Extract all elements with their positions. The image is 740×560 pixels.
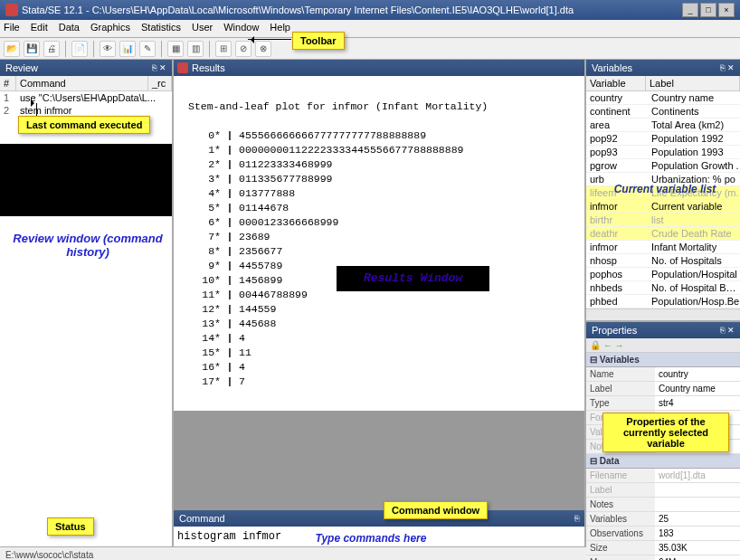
property-row[interactable]: Label: [586, 483, 740, 498]
annotation-properties: Properties of the currently selected var…: [602, 413, 729, 452]
stem-leaf-row: 15*|11: [188, 346, 570, 360]
variable-row[interactable]: birthrlist: [586, 214, 740, 227]
property-row[interactable]: Namecountry: [586, 367, 740, 382]
graph-icon[interactable]: 📊: [119, 41, 136, 57]
variable-row[interactable]: areaTotal Area (km2): [586, 119, 740, 132]
variable-row[interactable]: pgrowPopulation Growth .: [586, 159, 740, 173]
minimize-button[interactable]: _: [682, 3, 698, 17]
property-row[interactable]: Notes: [586, 498, 740, 512]
status-path: E:\www\sococ\cl\stata: [5, 550, 93, 560]
window-title: Stata/SE 12.1 - C:\Users\EH\AppData\Loca…: [22, 5, 682, 15]
close-button[interactable]: ×: [718, 3, 735, 17]
stem-leaf-row: 16*|4: [188, 360, 570, 375]
do-editor-icon[interactable]: ✎: [139, 41, 156, 57]
variable-row[interactable]: nhospNo. of Hospitals: [586, 254, 740, 268]
properties-header: Properties ⎘ ✕: [586, 322, 740, 338]
maximize-button[interactable]: □: [700, 3, 716, 17]
stem-leaf-row: 1*|000000001122223333445556677788888889: [188, 143, 570, 157]
data-browser-icon[interactable]: ▥: [187, 41, 204, 57]
review-row[interactable]: 2 stem infmor: [0, 104, 172, 117]
stem-leaf-row: 4*|013777888: [188, 186, 570, 201]
app-icon: [5, 4, 18, 16]
stem-leaf-row: 5*|01144678: [188, 201, 570, 215]
viewer-icon[interactable]: 👁: [100, 41, 116, 57]
stem-leaf-row: 17*|7: [188, 375, 570, 389]
variable-row[interactable]: infmorInfant Mortality: [586, 241, 740, 254]
prop-section-variables[interactable]: ⊟ Variables: [586, 353, 740, 367]
var-col-label[interactable]: Label: [646, 76, 740, 90]
variable-row[interactable]: countryCountry name: [586, 91, 740, 105]
results-icon: [177, 62, 188, 73]
stem-leaf-row: 3*|011335677788999: [188, 172, 570, 186]
pane-controls[interactable]: ⎘: [574, 514, 579, 523]
property-row[interactable]: Size35.03K: [586, 541, 740, 555]
annotation-variable-list: Current variable list: [602, 183, 728, 195]
menu-help[interactable]: Help: [270, 22, 290, 35]
var-manager-icon[interactable]: ⊞: [215, 41, 232, 57]
stem-leaf-row: 0*|455566666666777777777788888889: [188, 128, 570, 143]
print-icon[interactable]: 🖨: [43, 41, 60, 57]
properties-pane: ⊟ Variables NamecountryLabelCountry name…: [586, 353, 740, 560]
property-row[interactable]: LabelCountry name: [586, 382, 740, 396]
pane-controls[interactable]: ⎘ ✕: [720, 63, 735, 72]
pane-controls[interactable]: ⎘ ✕: [720, 326, 735, 335]
save-icon[interactable]: 💾: [24, 41, 40, 57]
menu-user[interactable]: User: [192, 22, 213, 35]
menu-edit[interactable]: Edit: [31, 22, 48, 35]
stem-leaf-row: 6*|0000123366668999: [188, 215, 570, 230]
property-row[interactable]: Filenameworld[1].dta: [586, 469, 740, 483]
property-row[interactable]: Variables25: [586, 512, 740, 527]
toolbar: 📂 💾 🖨 📄 👁 📊 ✎ ▦ ▥ ⊞ ⊘ ⊗: [0, 38, 740, 60]
property-row[interactable]: Memory64M: [586, 555, 740, 560]
variable-row[interactable]: pop93Population 1993: [586, 146, 740, 159]
open-icon[interactable]: 📂: [4, 41, 20, 57]
data-editor-icon[interactable]: ▦: [167, 41, 184, 57]
variables-header: Variables ⎘ ✕: [586, 60, 740, 76]
stem-leaf-row: 2*|011223333468999: [188, 157, 570, 172]
menu-graphics[interactable]: Graphics: [90, 22, 130, 35]
stem-leaf-row: 14*|4: [188, 331, 570, 346]
stem-leaf-row: 8*|2356677: [188, 244, 570, 259]
annotation-type-here: Type commands here: [271, 532, 470, 545]
pane-controls[interactable]: ⎘ ✕: [152, 63, 166, 72]
command-header: Command ⎘: [174, 510, 584, 527]
review-empty-area: [0, 144, 172, 216]
log-icon[interactable]: 📄: [71, 41, 88, 57]
more-icon[interactable]: ⊗: [255, 41, 271, 57]
variable-row[interactable]: continentContinents: [586, 105, 740, 119]
results-window-label: Results Window: [337, 266, 489, 291]
title-bar: Stata/SE 12.1 - C:\Users\EH\AppData\Loca…: [0, 0, 740, 20]
results-plot-title: Stem-and-leaf plot for infmor (Infant Mo…: [188, 100, 488, 112]
variable-row[interactable]: deathrCrude Death Rate: [586, 227, 740, 241]
stem-leaf-row: 12*|144559: [188, 302, 570, 317]
menu-file[interactable]: File: [4, 22, 20, 35]
review-col-cmd[interactable]: Command: [16, 76, 148, 90]
prop-section-data[interactable]: ⊟ Data: [586, 454, 740, 469]
review-row[interactable]: 1 use "C:\Users\EH\AppData\L...: [0, 91, 172, 104]
menu-window[interactable]: Window: [223, 22, 259, 35]
annotation-status: Status: [47, 517, 94, 536]
variable-row[interactable]: pophosPopulation/Hospital: [586, 268, 740, 281]
review-col-rc[interactable]: _rc: [148, 76, 172, 90]
properties-toolbar[interactable]: 🔒 ← →: [586, 338, 740, 353]
menu-statistics[interactable]: Statistics: [141, 22, 181, 35]
stem-leaf-row: 7*|23689: [188, 230, 570, 244]
property-row[interactable]: Observations183: [586, 527, 740, 541]
var-col-variable[interactable]: Variable: [586, 76, 646, 90]
stem-leaf-row: 13*|445688: [188, 317, 570, 331]
variable-row[interactable]: pop92Population 1992: [586, 132, 740, 146]
variable-row[interactable]: infmorCurrent variable: [586, 200, 740, 214]
menu-data[interactable]: Data: [59, 22, 80, 35]
menu-bar: File Edit Data Graphics Statistics User …: [0, 20, 740, 38]
results-pane[interactable]: Stem-and-leaf plot for infmor (Infant Mo…: [174, 76, 584, 411]
annotation-toolbar: Toolbar: [292, 32, 345, 50]
variable-row[interactable]: nhbedsNo. of Hospital Beds: [586, 281, 740, 295]
property-row[interactable]: Typestr4: [586, 396, 740, 411]
review-col-num[interactable]: #: [0, 76, 16, 90]
review-header: Review ⎘ ✕: [0, 60, 172, 76]
annotation-last-command: Last command executed: [18, 116, 150, 134]
results-header: Results: [174, 60, 584, 76]
variable-row[interactable]: phbedPopulation/Hosp.Be: [586, 295, 740, 308]
scrollbar[interactable]: [586, 308, 740, 320]
review-pane: # Command _rc 1 use "C:\Users\EH\AppData…: [0, 76, 172, 546]
